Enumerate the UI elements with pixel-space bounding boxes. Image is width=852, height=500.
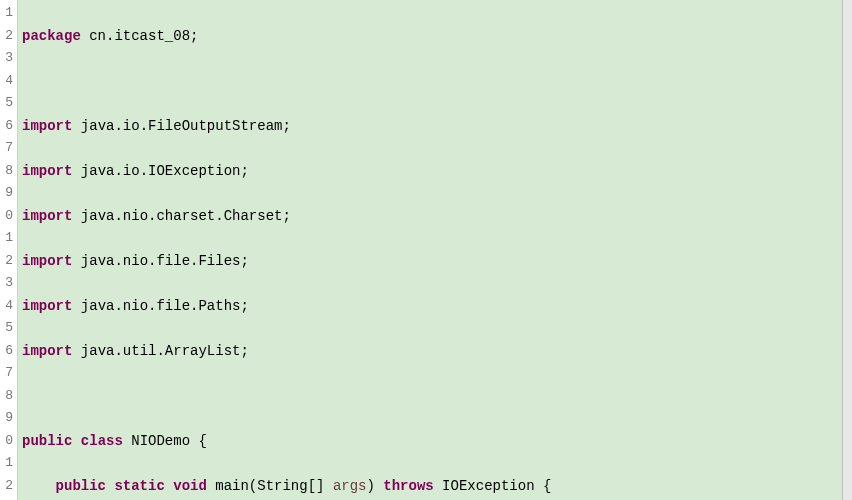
line-number: 5 (2, 92, 13, 115)
code-text: NIODemo { (123, 433, 207, 449)
line-number: 8 (2, 160, 13, 183)
line-number: 4 (2, 70, 13, 93)
code-line[interactable]: package cn.itcast_08; (22, 25, 852, 48)
keyword: import (22, 343, 72, 359)
line-number: 8 (2, 385, 13, 408)
code-line[interactable]: public class NIODemo { (22, 430, 852, 453)
code-line[interactable]: import java.nio.file.Paths; (22, 295, 852, 318)
keyword: public (22, 433, 72, 449)
line-number: 1 (2, 227, 13, 250)
line-number: 4 (2, 295, 13, 318)
code-text: java.nio.file.Paths; (72, 298, 248, 314)
line-number: 1 (2, 452, 13, 475)
line-number: 3 (2, 272, 13, 295)
line-number: 0 (2, 205, 13, 228)
code-line[interactable]: import java.nio.file.Files; (22, 250, 852, 273)
keyword: import (22, 163, 72, 179)
line-number: 2 (2, 25, 13, 48)
code-line[interactable]: import java.util.ArrayList; (22, 340, 852, 363)
keyword: static (106, 478, 165, 494)
line-number: 7 (2, 362, 13, 385)
code-text: cn.itcast_08; (81, 28, 199, 44)
code-editor[interactable]: package cn.itcast_08; import java.io.Fil… (18, 0, 852, 500)
line-number: 0 (2, 430, 13, 453)
keyword: class (72, 433, 122, 449)
line-number: 9 (2, 407, 13, 430)
keyword: import (22, 118, 72, 134)
code-line[interactable]: import java.io.IOException; (22, 160, 852, 183)
keyword: import (22, 298, 72, 314)
code-line[interactable] (22, 70, 852, 93)
keyword: throws (383, 478, 433, 494)
code-text: IOException { (434, 478, 552, 494)
line-number: 9 (2, 182, 13, 205)
code-text: ) (366, 478, 383, 494)
line-number: 2 (2, 250, 13, 273)
code-line[interactable]: public static void main(String[] args) t… (22, 475, 852, 498)
keyword: import (22, 208, 72, 224)
code-text: main(String[] (207, 478, 333, 494)
code-text: java.nio.file.Files; (72, 253, 248, 269)
keyword: package (22, 28, 81, 44)
line-number: 7 (2, 137, 13, 160)
code-line[interactable] (22, 385, 852, 408)
overview-ruler (842, 0, 852, 500)
line-number: 1 (2, 2, 13, 25)
keyword: import (22, 253, 72, 269)
code-text: java.io.FileOutputStream; (72, 118, 290, 134)
keyword: public (22, 478, 106, 494)
parameter: args (333, 478, 367, 494)
line-number: 6 (2, 340, 13, 363)
line-number: 3 (2, 47, 13, 70)
line-number: 6 (2, 115, 13, 138)
code-line[interactable]: import java.io.FileOutputStream; (22, 115, 852, 138)
code-text: java.io.IOException; (72, 163, 248, 179)
line-number: 2 (2, 475, 13, 498)
line-number: 5 (2, 317, 13, 340)
code-line[interactable]: import java.nio.charset.Charset; (22, 205, 852, 228)
code-text: java.util.ArrayList; (72, 343, 248, 359)
keyword: void (165, 478, 207, 494)
code-text: java.nio.charset.Charset; (72, 208, 290, 224)
line-number-gutter: 1 2 3 4 5 6 7 8 9 0 1 2 3 4 5 6 7 8 9 0 … (0, 0, 18, 500)
